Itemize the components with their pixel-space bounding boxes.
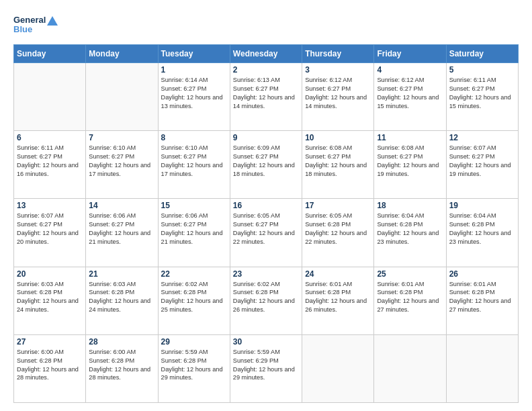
calendar-cell: 2Sunrise: 6:13 AMSunset: 6:27 PMDaylight… (230, 63, 302, 131)
calendar-cell (14, 63, 86, 131)
day-info: Sunrise: 6:12 AMSunset: 6:27 PMDaylight:… (377, 76, 443, 111)
calendar-cell: 27Sunrise: 6:00 AMSunset: 6:28 PMDayligh… (14, 334, 86, 402)
day-info: Sunrise: 6:11 AMSunset: 6:27 PMDaylight:… (17, 144, 83, 179)
day-info: Sunrise: 6:04 AMSunset: 6:28 PMDaylight:… (449, 212, 515, 246)
day-number: 20 (17, 269, 83, 279)
svg-marker-2 (47, 16, 58, 26)
calendar-cell (86, 63, 158, 131)
day-info: Sunrise: 6:04 AMSunset: 6:28 PMDaylight:… (377, 212, 443, 246)
day-number: 1 (161, 65, 227, 75)
day-number: 17 (305, 201, 371, 210)
day-info: Sunrise: 5:59 AMSunset: 6:28 PMDaylight:… (161, 348, 227, 383)
day-number: 2 (233, 65, 299, 75)
calendar-week-row: 1Sunrise: 6:14 AMSunset: 6:27 PMDaylight… (14, 63, 519, 131)
header: General Blue (13, 11, 519, 38)
calendar-day-header: Monday (86, 45, 158, 63)
page: General Blue SundayMondayTuesdayWednesda… (0, 0, 532, 411)
calendar-day-header: Sunday (14, 45, 86, 63)
calendar-cell: 5Sunrise: 6:11 AMSunset: 6:27 PMDaylight… (446, 63, 518, 131)
day-info: Sunrise: 6:01 AMSunset: 6:28 PMDaylight:… (377, 280, 443, 315)
day-number: 7 (89, 133, 154, 142)
day-number: 13 (17, 201, 83, 210)
calendar-day-header: Thursday (302, 45, 374, 63)
day-info: Sunrise: 6:10 AMSunset: 6:27 PMDaylight:… (161, 144, 227, 179)
day-number: 9 (233, 133, 299, 142)
day-info: Sunrise: 6:02 AMSunset: 6:28 PMDaylight:… (233, 280, 299, 315)
day-number: 12 (449, 133, 515, 142)
day-number: 23 (233, 269, 299, 279)
day-number: 25 (377, 269, 443, 279)
day-number: 22 (161, 269, 227, 279)
day-info: Sunrise: 6:12 AMSunset: 6:27 PMDaylight:… (305, 76, 371, 111)
calendar-cell: 28Sunrise: 6:00 AMSunset: 6:28 PMDayligh… (86, 334, 158, 402)
svg-text:General: General (13, 15, 46, 25)
day-info: Sunrise: 6:03 AMSunset: 6:28 PMDaylight:… (17, 280, 83, 315)
svg-text:Blue: Blue (13, 24, 32, 34)
calendar-week-row: 20Sunrise: 6:03 AMSunset: 6:28 PMDayligh… (14, 267, 519, 334)
calendar-day-header: Friday (374, 45, 446, 63)
logo-svg: General Blue (13, 11, 60, 38)
calendar-cell: 29Sunrise: 5:59 AMSunset: 6:28 PMDayligh… (158, 334, 230, 402)
day-number: 28 (89, 337, 154, 347)
day-info: Sunrise: 5:59 AMSunset: 6:29 PMDaylight:… (233, 348, 299, 383)
calendar-cell: 11Sunrise: 6:08 AMSunset: 6:27 PMDayligh… (374, 131, 446, 199)
calendar-cell: 25Sunrise: 6:01 AMSunset: 6:28 PMDayligh… (374, 267, 446, 334)
day-info: Sunrise: 6:08 AMSunset: 6:27 PMDaylight:… (377, 144, 443, 179)
day-number: 6 (17, 133, 83, 142)
day-info: Sunrise: 6:00 AMSunset: 6:28 PMDaylight:… (89, 348, 154, 383)
day-info: Sunrise: 6:02 AMSunset: 6:28 PMDaylight:… (161, 280, 227, 315)
calendar-cell: 3Sunrise: 6:12 AMSunset: 6:27 PMDaylight… (302, 63, 374, 131)
day-number: 14 (89, 201, 154, 210)
calendar-week-row: 27Sunrise: 6:00 AMSunset: 6:28 PMDayligh… (14, 334, 519, 402)
calendar-cell: 8Sunrise: 6:10 AMSunset: 6:27 PMDaylight… (158, 131, 230, 199)
day-info: Sunrise: 6:07 AMSunset: 6:27 PMDaylight:… (17, 212, 83, 246)
calendar-day-header: Wednesday (230, 45, 302, 63)
calendar-cell: 26Sunrise: 6:01 AMSunset: 6:28 PMDayligh… (446, 267, 518, 334)
calendar-cell: 17Sunrise: 6:05 AMSunset: 6:28 PMDayligh… (302, 199, 374, 267)
day-info: Sunrise: 6:05 AMSunset: 6:27 PMDaylight:… (233, 212, 299, 246)
calendar-cell: 22Sunrise: 6:02 AMSunset: 6:28 PMDayligh… (158, 267, 230, 334)
day-number: 15 (161, 201, 227, 210)
day-info: Sunrise: 6:05 AMSunset: 6:28 PMDaylight:… (305, 212, 371, 246)
day-number: 26 (449, 269, 515, 279)
calendar-cell: 18Sunrise: 6:04 AMSunset: 6:28 PMDayligh… (374, 199, 446, 267)
day-info: Sunrise: 6:00 AMSunset: 6:28 PMDaylight:… (17, 348, 83, 383)
day-number: 8 (161, 133, 227, 142)
calendar-cell: 6Sunrise: 6:11 AMSunset: 6:27 PMDaylight… (14, 131, 86, 199)
calendar-cell: 19Sunrise: 6:04 AMSunset: 6:28 PMDayligh… (446, 199, 518, 267)
calendar-cell: 13Sunrise: 6:07 AMSunset: 6:27 PMDayligh… (14, 199, 86, 267)
day-info: Sunrise: 6:06 AMSunset: 6:27 PMDaylight:… (161, 212, 227, 246)
day-info: Sunrise: 6:08 AMSunset: 6:27 PMDaylight:… (305, 144, 371, 179)
calendar-week-row: 6Sunrise: 6:11 AMSunset: 6:27 PMDaylight… (14, 131, 519, 199)
calendar-cell (446, 334, 518, 402)
day-info: Sunrise: 6:11 AMSunset: 6:27 PMDaylight:… (449, 76, 515, 111)
day-number: 16 (233, 201, 299, 210)
day-info: Sunrise: 6:07 AMSunset: 6:27 PMDaylight:… (449, 144, 515, 179)
calendar-week-row: 13Sunrise: 6:07 AMSunset: 6:27 PMDayligh… (14, 199, 519, 267)
day-number: 24 (305, 269, 371, 279)
calendar-day-header: Tuesday (158, 45, 230, 63)
day-info: Sunrise: 6:09 AMSunset: 6:27 PMDaylight:… (233, 144, 299, 179)
day-info: Sunrise: 6:14 AMSunset: 6:27 PMDaylight:… (161, 76, 227, 111)
day-number: 10 (305, 133, 371, 142)
calendar-cell: 7Sunrise: 6:10 AMSunset: 6:27 PMDaylight… (86, 131, 158, 199)
calendar-cell: 1Sunrise: 6:14 AMSunset: 6:27 PMDaylight… (158, 63, 230, 131)
day-number: 29 (161, 337, 227, 347)
day-number: 19 (449, 201, 515, 210)
calendar-cell: 4Sunrise: 6:12 AMSunset: 6:27 PMDaylight… (374, 63, 446, 131)
calendar-header-row: SundayMondayTuesdayWednesdayThursdayFrid… (14, 45, 519, 63)
calendar-cell: 21Sunrise: 6:03 AMSunset: 6:28 PMDayligh… (86, 267, 158, 334)
day-number: 5 (449, 65, 515, 75)
day-number: 21 (89, 269, 154, 279)
day-number: 4 (377, 65, 443, 75)
calendar-cell (374, 334, 446, 402)
calendar-cell: 24Sunrise: 6:01 AMSunset: 6:28 PMDayligh… (302, 267, 374, 334)
day-info: Sunrise: 6:01 AMSunset: 6:28 PMDaylight:… (449, 280, 515, 315)
day-number: 3 (305, 65, 371, 75)
day-info: Sunrise: 6:03 AMSunset: 6:28 PMDaylight:… (89, 280, 154, 315)
calendar: SundayMondayTuesdayWednesdayThursdayFrid… (13, 44, 519, 403)
logo: General Blue (13, 11, 60, 38)
calendar-cell: 30Sunrise: 5:59 AMSunset: 6:29 PMDayligh… (230, 334, 302, 402)
calendar-cell: 16Sunrise: 6:05 AMSunset: 6:27 PMDayligh… (230, 199, 302, 267)
calendar-cell: 10Sunrise: 6:08 AMSunset: 6:27 PMDayligh… (302, 131, 374, 199)
